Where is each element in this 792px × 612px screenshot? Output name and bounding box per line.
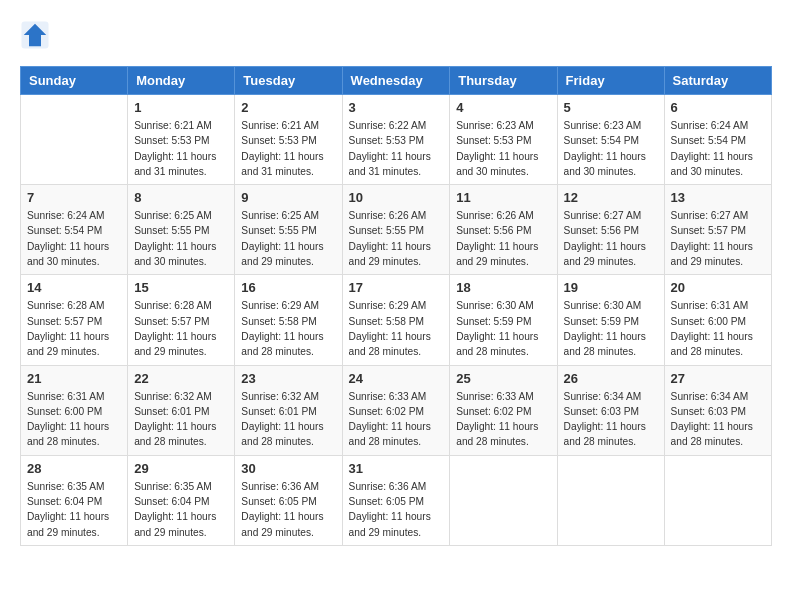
calendar-week-row: 21 Sunrise: 6:31 AM Sunset: 6:00 PM Dayl… <box>21 365 772 455</box>
sunset-text: Sunset: 5:56 PM <box>456 225 531 236</box>
day-info: Sunrise: 6:32 AM Sunset: 6:01 PM Dayligh… <box>241 389 335 450</box>
sunset-text: Sunset: 5:57 PM <box>134 316 209 327</box>
sunrise-text: Sunrise: 6:21 AM <box>134 120 212 131</box>
weekday-header: Saturday <box>664 67 771 95</box>
day-number: 24 <box>349 371 444 386</box>
sunset-text: Sunset: 5:57 PM <box>27 316 102 327</box>
sunrise-text: Sunrise: 6:23 AM <box>564 120 642 131</box>
calendar-cell <box>21 95 128 185</box>
logo-icon <box>20 20 50 50</box>
sunset-text: Sunset: 5:54 PM <box>564 135 639 146</box>
calendar-week-row: 28 Sunrise: 6:35 AM Sunset: 6:04 PM Dayl… <box>21 455 772 545</box>
daylight-text: Daylight: 11 hours and 28 minutes. <box>671 331 753 357</box>
sunrise-text: Sunrise: 6:32 AM <box>241 391 319 402</box>
sunrise-text: Sunrise: 6:33 AM <box>349 391 427 402</box>
sunset-text: Sunset: 5:53 PM <box>349 135 424 146</box>
sunset-text: Sunset: 5:58 PM <box>349 316 424 327</box>
page-header <box>20 20 772 50</box>
daylight-text: Daylight: 11 hours and 28 minutes. <box>27 421 109 447</box>
sunset-text: Sunset: 5:55 PM <box>241 225 316 236</box>
sunset-text: Sunset: 5:54 PM <box>671 135 746 146</box>
daylight-text: Daylight: 11 hours and 29 minutes. <box>27 331 109 357</box>
day-number: 9 <box>241 190 335 205</box>
calendar-cell: 10 Sunrise: 6:26 AM Sunset: 5:55 PM Dayl… <box>342 185 450 275</box>
sunset-text: Sunset: 6:05 PM <box>241 496 316 507</box>
day-info: Sunrise: 6:23 AM Sunset: 5:54 PM Dayligh… <box>564 118 658 179</box>
sunrise-text: Sunrise: 6:36 AM <box>241 481 319 492</box>
sunrise-text: Sunrise: 6:27 AM <box>671 210 749 221</box>
day-info: Sunrise: 6:33 AM Sunset: 6:02 PM Dayligh… <box>456 389 550 450</box>
sunset-text: Sunset: 6:02 PM <box>456 406 531 417</box>
sunset-text: Sunset: 6:04 PM <box>134 496 209 507</box>
sunset-text: Sunset: 5:57 PM <box>671 225 746 236</box>
calendar-cell: 24 Sunrise: 6:33 AM Sunset: 6:02 PM Dayl… <box>342 365 450 455</box>
day-info: Sunrise: 6:33 AM Sunset: 6:02 PM Dayligh… <box>349 389 444 450</box>
day-number: 3 <box>349 100 444 115</box>
daylight-text: Daylight: 11 hours and 30 minutes. <box>564 151 646 177</box>
logo <box>20 20 54 50</box>
sunrise-text: Sunrise: 6:30 AM <box>564 300 642 311</box>
sunrise-text: Sunrise: 6:28 AM <box>134 300 212 311</box>
day-number: 10 <box>349 190 444 205</box>
daylight-text: Daylight: 11 hours and 29 minutes. <box>349 241 431 267</box>
calendar-cell: 19 Sunrise: 6:30 AM Sunset: 5:59 PM Dayl… <box>557 275 664 365</box>
calendar-cell: 2 Sunrise: 6:21 AM Sunset: 5:53 PM Dayli… <box>235 95 342 185</box>
daylight-text: Daylight: 11 hours and 30 minutes. <box>27 241 109 267</box>
sunrise-text: Sunrise: 6:24 AM <box>671 120 749 131</box>
day-number: 6 <box>671 100 765 115</box>
weekday-header: Tuesday <box>235 67 342 95</box>
daylight-text: Daylight: 11 hours and 29 minutes. <box>241 241 323 267</box>
sunrise-text: Sunrise: 6:35 AM <box>134 481 212 492</box>
day-info: Sunrise: 6:28 AM Sunset: 5:57 PM Dayligh… <box>27 298 121 359</box>
sunrise-text: Sunrise: 6:25 AM <box>134 210 212 221</box>
sunrise-text: Sunrise: 6:24 AM <box>27 210 105 221</box>
sunrise-text: Sunrise: 6:26 AM <box>349 210 427 221</box>
calendar-cell: 3 Sunrise: 6:22 AM Sunset: 5:53 PM Dayli… <box>342 95 450 185</box>
daylight-text: Daylight: 11 hours and 28 minutes. <box>564 331 646 357</box>
calendar-cell: 7 Sunrise: 6:24 AM Sunset: 5:54 PM Dayli… <box>21 185 128 275</box>
day-number: 7 <box>27 190 121 205</box>
day-number: 19 <box>564 280 658 295</box>
calendar-table: SundayMondayTuesdayWednesdayThursdayFrid… <box>20 66 772 546</box>
calendar-cell: 1 Sunrise: 6:21 AM Sunset: 5:53 PM Dayli… <box>128 95 235 185</box>
calendar-cell: 8 Sunrise: 6:25 AM Sunset: 5:55 PM Dayli… <box>128 185 235 275</box>
daylight-text: Daylight: 11 hours and 29 minutes. <box>134 331 216 357</box>
sunrise-text: Sunrise: 6:25 AM <box>241 210 319 221</box>
daylight-text: Daylight: 11 hours and 29 minutes. <box>27 511 109 537</box>
day-info: Sunrise: 6:27 AM Sunset: 5:56 PM Dayligh… <box>564 208 658 269</box>
day-info: Sunrise: 6:31 AM Sunset: 6:00 PM Dayligh… <box>27 389 121 450</box>
calendar-cell: 17 Sunrise: 6:29 AM Sunset: 5:58 PM Dayl… <box>342 275 450 365</box>
daylight-text: Daylight: 11 hours and 30 minutes. <box>134 241 216 267</box>
day-number: 20 <box>671 280 765 295</box>
sunset-text: Sunset: 6:02 PM <box>349 406 424 417</box>
day-number: 29 <box>134 461 228 476</box>
daylight-text: Daylight: 11 hours and 28 minutes. <box>671 421 753 447</box>
calendar-cell: 30 Sunrise: 6:36 AM Sunset: 6:05 PM Dayl… <box>235 455 342 545</box>
sunrise-text: Sunrise: 6:26 AM <box>456 210 534 221</box>
day-number: 14 <box>27 280 121 295</box>
day-number: 18 <box>456 280 550 295</box>
daylight-text: Daylight: 11 hours and 28 minutes. <box>134 421 216 447</box>
day-number: 11 <box>456 190 550 205</box>
calendar-cell: 23 Sunrise: 6:32 AM Sunset: 6:01 PM Dayl… <box>235 365 342 455</box>
day-number: 15 <box>134 280 228 295</box>
calendar-cell <box>557 455 664 545</box>
day-number: 12 <box>564 190 658 205</box>
sunset-text: Sunset: 6:01 PM <box>134 406 209 417</box>
daylight-text: Daylight: 11 hours and 31 minutes. <box>134 151 216 177</box>
day-info: Sunrise: 6:24 AM Sunset: 5:54 PM Dayligh… <box>671 118 765 179</box>
sunset-text: Sunset: 5:53 PM <box>241 135 316 146</box>
calendar-cell: 12 Sunrise: 6:27 AM Sunset: 5:56 PM Dayl… <box>557 185 664 275</box>
day-info: Sunrise: 6:22 AM Sunset: 5:53 PM Dayligh… <box>349 118 444 179</box>
day-info: Sunrise: 6:26 AM Sunset: 5:56 PM Dayligh… <box>456 208 550 269</box>
sunrise-text: Sunrise: 6:31 AM <box>671 300 749 311</box>
day-info: Sunrise: 6:25 AM Sunset: 5:55 PM Dayligh… <box>134 208 228 269</box>
calendar-week-row: 7 Sunrise: 6:24 AM Sunset: 5:54 PM Dayli… <box>21 185 772 275</box>
sunset-text: Sunset: 6:00 PM <box>671 316 746 327</box>
daylight-text: Daylight: 11 hours and 28 minutes. <box>456 421 538 447</box>
calendar-cell: 9 Sunrise: 6:25 AM Sunset: 5:55 PM Dayli… <box>235 185 342 275</box>
day-number: 27 <box>671 371 765 386</box>
daylight-text: Daylight: 11 hours and 29 minutes. <box>349 511 431 537</box>
calendar-cell: 26 Sunrise: 6:34 AM Sunset: 6:03 PM Dayl… <box>557 365 664 455</box>
day-info: Sunrise: 6:36 AM Sunset: 6:05 PM Dayligh… <box>349 479 444 540</box>
